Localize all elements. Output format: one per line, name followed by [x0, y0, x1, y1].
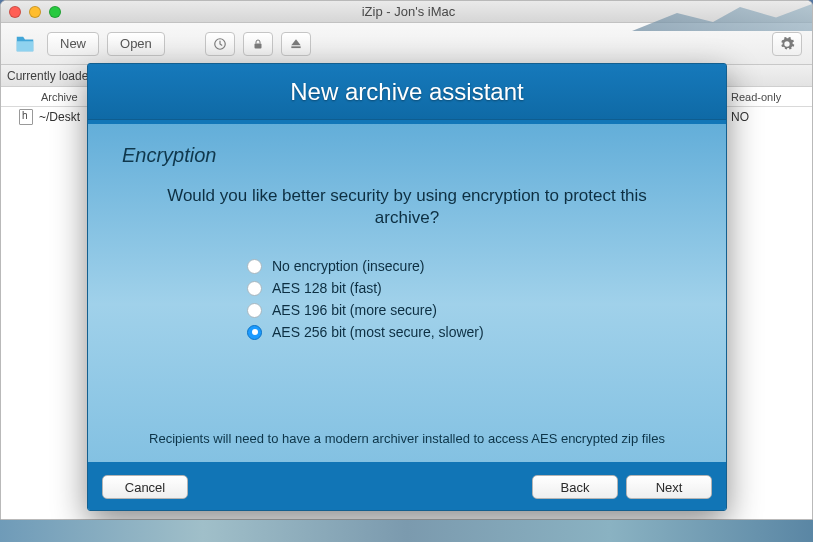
row-archive-path: ~/Deskt: [39, 110, 80, 124]
dialog-body: Encryption Would you like better securit…: [88, 120, 726, 462]
encryption-heading: Encryption: [122, 144, 692, 167]
option-aes-256[interactable]: AES 256 bit (most secure, slower): [247, 321, 567, 343]
next-button[interactable]: Next: [626, 475, 712, 499]
encryption-question: Would you like better security by using …: [137, 185, 677, 229]
eject-icon: [289, 37, 303, 51]
option-aes-128[interactable]: AES 128 bit (fast): [247, 277, 567, 299]
dialog-footer: Cancel Back Next: [88, 462, 726, 511]
new-archive-assistant-dialog: New archive assistant Encryption Would y…: [87, 63, 727, 511]
traffic-lights: [9, 6, 61, 18]
document-icon: [19, 109, 33, 125]
window-title: iZip - Jon's iMac: [61, 4, 756, 19]
svg-rect-2: [291, 46, 300, 48]
minimize-window-button[interactable]: [29, 6, 41, 18]
option-label: No encryption (insecure): [272, 258, 425, 274]
column-readonly[interactable]: Read-only: [721, 91, 812, 103]
app-window: iZip - Jon's iMac New Open Currently loa…: [0, 0, 813, 520]
cancel-label: Cancel: [125, 480, 165, 495]
settings-button[interactable]: [772, 32, 802, 56]
encryption-note: Recipients will need to have a modern ar…: [88, 431, 726, 446]
option-label: AES 128 bit (fast): [272, 280, 382, 296]
lock-icon: [252, 37, 264, 51]
new-button[interactable]: New: [47, 32, 99, 56]
gear-icon: [779, 36, 795, 52]
open-button[interactable]: Open: [107, 32, 165, 56]
eject-button[interactable]: [281, 32, 311, 56]
open-button-label: Open: [120, 36, 152, 51]
history-button[interactable]: [205, 32, 235, 56]
option-no-encryption[interactable]: No encryption (insecure): [247, 255, 567, 277]
option-label: AES 256 bit (most secure, slower): [272, 324, 484, 340]
back-label: Back: [561, 480, 590, 495]
dialog-title: New archive assistant: [88, 64, 726, 120]
next-label: Next: [656, 480, 683, 495]
cancel-button[interactable]: Cancel: [102, 475, 188, 499]
close-window-button[interactable]: [9, 6, 21, 18]
app-logo-icon: [11, 30, 39, 58]
clock-icon: [213, 37, 227, 51]
new-button-label: New: [60, 36, 86, 51]
radio-icon: [247, 259, 262, 274]
radio-icon: [247, 325, 262, 340]
lock-button[interactable]: [243, 32, 273, 56]
back-button[interactable]: Back: [532, 475, 618, 499]
radio-icon: [247, 281, 262, 296]
encryption-options: No encryption (insecure) AES 128 bit (fa…: [247, 255, 567, 343]
svg-rect-1: [254, 43, 261, 48]
option-label: AES 196 bit (more secure): [272, 302, 437, 318]
option-aes-196[interactable]: AES 196 bit (more secure): [247, 299, 567, 321]
row-readonly-value: NO: [731, 110, 749, 124]
zoom-window-button[interactable]: [49, 6, 61, 18]
radio-icon: [247, 303, 262, 318]
desktop-wallpaper: [0, 520, 813, 542]
